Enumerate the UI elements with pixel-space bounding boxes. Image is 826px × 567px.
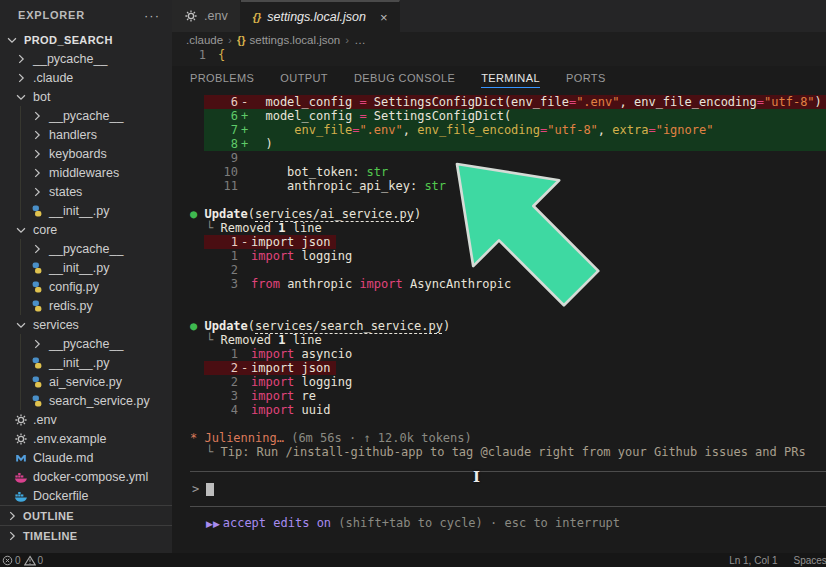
tab-settings-local-json[interactable]: {}settings.local.json× xyxy=(241,0,401,32)
tree-item-claude[interactable]: .claude xyxy=(0,68,172,87)
errors-indicator[interactable]: 0 xyxy=(2,555,21,566)
breadcrumb-item-item[interactable]: … xyxy=(354,34,366,46)
terminal-line: 1 import logging xyxy=(190,249,826,263)
tree-item-states[interactable]: states xyxy=(0,182,172,201)
panel-tab-output[interactable]: OUTPUT xyxy=(280,68,328,88)
tree-item-label: middlewares xyxy=(49,166,119,180)
tree-item-search-service-py[interactable]: search_service.py xyxy=(0,391,172,410)
token: = xyxy=(359,109,366,123)
tree-item-docker-compose-yml[interactable]: docker-compose.yml xyxy=(0,467,172,486)
tree-item-pycache[interactable]: __pycache__ xyxy=(0,49,172,68)
panel-tab-problems[interactable]: PROBLEMS xyxy=(190,68,254,88)
file-path-link[interactable]: services/ai_service.py xyxy=(255,207,414,221)
tree-item-label: PROD_SEARCH xyxy=(24,34,113,46)
token: ( xyxy=(248,207,255,221)
docker-pink-icon xyxy=(13,469,29,485)
line-number: 2 xyxy=(190,263,238,277)
status-bar: 0 0 Ln 1, Col 1 Spaces: 2 xyxy=(0,553,826,567)
token: env_file_encoding xyxy=(634,95,757,109)
breadcrumb-label: … xyxy=(354,34,366,46)
token: import json xyxy=(251,235,330,249)
explorer-sidebar: EXPLORER ··· PROD_SEARCH__pycache__.clau… xyxy=(0,0,172,553)
hint-token: ▶▶ xyxy=(206,519,223,529)
token: (6m 56s · ↑ 12.0k tokens) xyxy=(291,431,472,445)
token: ● xyxy=(190,319,204,333)
terminal[interactable]: 6- model_config = SettingsConfigDict(env… xyxy=(172,90,826,553)
tree-item-claude-md[interactable]: Claude.md xyxy=(0,448,172,467)
tree-item-label: redis.py xyxy=(49,299,93,313)
panel-tab-terminal[interactable]: TERMINAL xyxy=(481,68,540,88)
docker-blue-icon xyxy=(13,488,29,504)
tree-item-init-py[interactable]: __init__.py xyxy=(0,353,172,372)
tree-item-init-py[interactable]: __init__.py xyxy=(0,258,172,277)
chevron-right-icon xyxy=(29,336,45,352)
warnings-indicator[interactable]: 0 xyxy=(24,555,44,566)
tab-env[interactable]: .env xyxy=(172,0,241,32)
line-number: 7 xyxy=(204,123,238,137)
token: Removed xyxy=(220,333,278,347)
tree-item-dockerfile[interactable]: Dockerfile xyxy=(0,486,172,505)
token: import xyxy=(359,277,402,291)
token: , xyxy=(620,95,634,109)
indentation-setting[interactable]: Spaces: 2 xyxy=(794,555,826,566)
line-number: 4 xyxy=(190,403,238,417)
token: logging xyxy=(294,375,352,389)
terminal-input[interactable]: > xyxy=(190,471,826,507)
cursor-position[interactable]: Ln 1, Col 1 xyxy=(729,555,777,566)
file-path-link[interactable]: services/search_service.py xyxy=(255,319,443,333)
tree-item-env[interactable]: .env xyxy=(0,410,172,429)
tree-item-init-py[interactable]: __init__.py xyxy=(0,201,172,220)
terminal-line: 10 bot_token: str xyxy=(190,165,826,179)
tree-item-label: __pycache__ xyxy=(49,109,123,123)
panel-tab-debug-console[interactable]: DEBUG CONSOLE xyxy=(354,68,455,88)
tree-item-handlers[interactable]: handlers xyxy=(0,125,172,144)
token: ".env" xyxy=(359,123,402,137)
explorer-more-actions-icon[interactable]: ··· xyxy=(144,8,160,23)
tree-item-pycache[interactable]: __pycache__ xyxy=(0,334,172,353)
chevron-down-icon xyxy=(13,222,29,238)
editor-preview[interactable]: 1 { xyxy=(172,48,826,66)
chevron-right-icon xyxy=(13,51,29,67)
terminal-line: 2 import logging xyxy=(190,375,826,389)
token: re xyxy=(294,389,316,403)
token: asyncio xyxy=(294,347,352,361)
tree-item-bot[interactable]: bot xyxy=(0,87,172,106)
tree-item-keyboards[interactable]: keyboards xyxy=(0,144,172,163)
line-number: 2 xyxy=(190,375,238,389)
removed-summary: └ Removed 1 line xyxy=(190,221,826,235)
chevron-right-icon xyxy=(29,184,45,200)
line-number: 3 xyxy=(190,389,238,403)
tree-item-services[interactable]: services xyxy=(0,315,172,334)
tree-item-prod-search[interactable]: PROD_SEARCH xyxy=(0,30,172,49)
sidebar-section-timeline[interactable]: TIMELINE xyxy=(0,525,172,545)
tree-item-pycache[interactable]: __pycache__ xyxy=(0,106,172,125)
terminal-line xyxy=(190,193,826,207)
tree-item-redis-py[interactable]: redis.py xyxy=(0,296,172,315)
token: "utf-8" xyxy=(764,95,815,109)
breadcrumb-separator: › xyxy=(345,34,349,46)
tree-item-label: keyboards xyxy=(49,147,107,161)
token: └ xyxy=(206,221,220,235)
token: logging xyxy=(294,249,352,263)
tree-item-env-example[interactable]: .env.example xyxy=(0,429,172,448)
tree-item-pycache[interactable]: __pycache__ xyxy=(0,239,172,258)
editor-tab-bar: .env{}settings.local.json× xyxy=(172,0,826,32)
tree-item-middlewares[interactable]: middlewares xyxy=(0,163,172,182)
braces-icon: {} xyxy=(253,11,262,23)
token: Update xyxy=(204,207,247,221)
terminal-mode-hint: ▶▶ accept edits on (shift+tab to cycle) … xyxy=(190,516,826,530)
tree-item-ai-service-py[interactable]: ai_service.py xyxy=(0,372,172,391)
tree-item-label: .claude xyxy=(33,71,73,85)
terminal-line: 11 anthropic_api_key: str xyxy=(190,179,826,193)
breadcrumb-item-claude[interactable]: .claude xyxy=(186,34,223,46)
tree-item-core[interactable]: core xyxy=(0,220,172,239)
token: └ xyxy=(206,333,220,347)
breadcrumb-item-settings-local-json[interactable]: {}settings.local.json xyxy=(237,34,340,46)
token: ( xyxy=(248,319,255,333)
close-icon[interactable]: × xyxy=(380,10,388,25)
sidebar-section-outline[interactable]: OUTLINE xyxy=(0,505,172,525)
panel-tab-ports[interactable]: PORTS xyxy=(566,68,606,88)
gear-icon xyxy=(184,9,198,23)
tree-item-config-py[interactable]: config.py xyxy=(0,277,172,296)
token: line xyxy=(285,221,321,235)
